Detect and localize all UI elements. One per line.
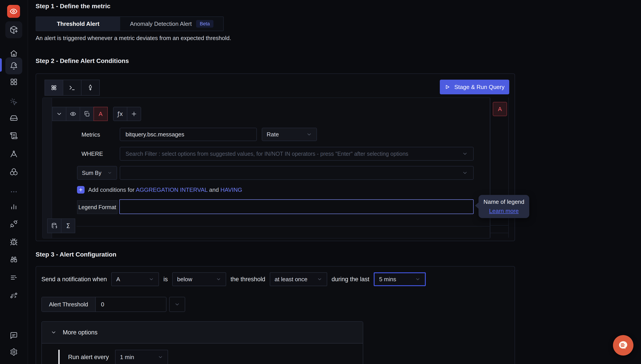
clickhouse-query-tab[interactable] bbox=[63, 80, 82, 96]
sentence-part-2: is bbox=[163, 276, 168, 283]
chevron-down-icon bbox=[56, 111, 62, 117]
sidebar-item-dashboards[interactable] bbox=[5, 74, 22, 90]
sidebar-item-alerts[interactable] bbox=[5, 58, 22, 74]
sidebar-item-exceptions[interactable] bbox=[5, 234, 22, 250]
sidebar-item-logs[interactable] bbox=[5, 127, 22, 144]
query-name-button[interactable]: A bbox=[94, 107, 108, 121]
tab-threshold-alert-label: Threshold Alert bbox=[57, 20, 99, 27]
condition-select[interactable]: below bbox=[172, 272, 226, 286]
query-select-value: A bbox=[116, 276, 120, 283]
run-alert-row: Run alert every 1 min bbox=[68, 350, 168, 364]
copy-icon bbox=[84, 110, 90, 117]
alert-threshold-input[interactable]: 0 bbox=[96, 297, 166, 312]
sidebar-item-support[interactable] bbox=[5, 327, 22, 344]
sidebar-item-service-map[interactable] bbox=[5, 251, 22, 268]
sidebar-item-get-started[interactable] bbox=[5, 21, 22, 38]
sidebar-item-metrics[interactable] bbox=[5, 198, 22, 215]
tooltip-arrow bbox=[475, 202, 478, 209]
sentence-part-3: the threshold bbox=[230, 276, 265, 283]
route-icon bbox=[10, 292, 18, 300]
unplug-icon bbox=[10, 220, 18, 228]
sidebar-item-settings[interactable] bbox=[5, 344, 22, 360]
sentence-part-4: during the last bbox=[332, 276, 370, 283]
legend-format-input[interactable] bbox=[119, 199, 474, 214]
tab-threshold-alert[interactable]: Threshold Alert bbox=[36, 17, 120, 31]
add-function-button[interactable]: ƒx bbox=[113, 107, 127, 121]
sidebar-item-explorer[interactable] bbox=[5, 94, 22, 110]
sidebar-item-integrations[interactable] bbox=[5, 215, 22, 232]
run-alert-frequency-select[interactable]: 1 min bbox=[115, 350, 168, 364]
duration-select[interactable]: 5 mins bbox=[374, 272, 426, 286]
stage-run-query-button[interactable]: Stage & Run Query bbox=[440, 80, 509, 94]
sidebar-item-pipelines[interactable] bbox=[5, 287, 22, 304]
more-options-section: More options Run alert every 1 min bbox=[42, 321, 363, 364]
add-query-button[interactable] bbox=[127, 107, 141, 121]
beta-badge: Beta bbox=[196, 20, 213, 28]
query-select[interactable]: A bbox=[111, 272, 159, 286]
toggle-query-visibility-button[interactable] bbox=[66, 107, 80, 121]
message-square-icon bbox=[10, 332, 18, 340]
option-indicator-bar bbox=[58, 350, 60, 364]
query-collapse-rail bbox=[43, 98, 52, 238]
result-col-line bbox=[490, 233, 508, 233]
aggregate-op-select[interactable]: Sum By bbox=[77, 166, 117, 180]
bar-chart-icon bbox=[10, 202, 18, 210]
sidebar-item-traces[interactable] bbox=[5, 146, 22, 162]
duration-select-value: 5 mins bbox=[379, 276, 396, 283]
clone-query-button[interactable] bbox=[80, 107, 94, 121]
sidebar-item-infrastructure[interactable] bbox=[5, 110, 22, 127]
plus-icon bbox=[78, 187, 83, 192]
query-a-container: A ƒx Metrics bitquery.bsc.messages Rat bbox=[42, 98, 490, 238]
occurrence-select[interactable]: at least once bbox=[270, 272, 327, 286]
tab-anomaly-detection-alert[interactable]: Anomaly Detection Alert Beta bbox=[120, 17, 223, 31]
aggregation-select[interactable]: Rate bbox=[262, 128, 317, 141]
sidebar-item-more[interactable] bbox=[5, 183, 22, 200]
sidebar-item-logs-explorer[interactable] bbox=[5, 269, 22, 286]
result-query-letter-badge: A bbox=[493, 102, 507, 116]
eye-icon bbox=[70, 110, 76, 117]
support-chat-button[interactable] bbox=[613, 335, 634, 356]
data-source-button[interactable] bbox=[47, 218, 62, 233]
group-by-select[interactable] bbox=[120, 166, 474, 180]
aggregate-toggle-button[interactable]: Σ bbox=[61, 218, 75, 233]
play-icon bbox=[444, 84, 450, 90]
query-builder-tab[interactable] bbox=[44, 80, 63, 96]
step1-title: Step 1 - Define the metric bbox=[36, 3, 110, 10]
package-plus-icon bbox=[10, 26, 18, 34]
collapse-query-button[interactable] bbox=[52, 107, 66, 121]
bug-icon bbox=[10, 238, 18, 246]
sidebar-active-indicator bbox=[0, 58, 2, 72]
notification-condition-sentence: Send a notification when A is below the … bbox=[42, 272, 426, 286]
flame-icon bbox=[86, 84, 94, 92]
binoculars-icon bbox=[10, 256, 18, 264]
chevron-down-icon bbox=[415, 276, 420, 282]
step2-title: Step 2 - Define Alert Conditions bbox=[36, 58, 129, 64]
where-filter-select[interactable]: Search Filter : select options from sugg… bbox=[120, 147, 474, 161]
metrics-input[interactable]: bitquery.bsc.messages bbox=[120, 128, 257, 141]
chevron-down-icon bbox=[317, 276, 322, 282]
boxes-icon bbox=[10, 168, 18, 176]
promql-tab[interactable] bbox=[81, 80, 100, 96]
cursor-click-icon bbox=[10, 98, 18, 106]
eye-logo-icon bbox=[9, 7, 18, 16]
chevron-down-icon bbox=[107, 170, 112, 175]
add-conditions-button[interactable] bbox=[77, 186, 84, 194]
query-footer-actions: Σ bbox=[47, 218, 75, 233]
threshold-unit-select[interactable] bbox=[169, 297, 185, 312]
result-col-line bbox=[490, 225, 508, 226]
signoz-logo[interactable] bbox=[7, 5, 20, 18]
sidebar-item-services[interactable] bbox=[5, 163, 22, 180]
chevron-down-icon bbox=[216, 276, 221, 282]
terminal-icon bbox=[68, 84, 76, 92]
sigma-icon: Σ bbox=[66, 222, 70, 230]
more-options-header[interactable]: More options bbox=[42, 322, 363, 344]
having-link[interactable]: HAVING bbox=[220, 186, 242, 193]
hard-drive-icon bbox=[10, 114, 18, 122]
chevron-down-icon bbox=[174, 302, 180, 307]
more-options-body: Run alert every 1 min bbox=[42, 343, 363, 364]
occurrence-select-value: at least once bbox=[275, 276, 307, 283]
step3-title: Step 3 - Alert Configuration bbox=[36, 251, 116, 258]
tooltip-learn-more-link[interactable]: Learn more bbox=[483, 208, 525, 214]
query-type-toolbar bbox=[44, 80, 100, 96]
aggregation-interval-link[interactable]: AGGREGATION INTERVAL bbox=[136, 186, 208, 193]
